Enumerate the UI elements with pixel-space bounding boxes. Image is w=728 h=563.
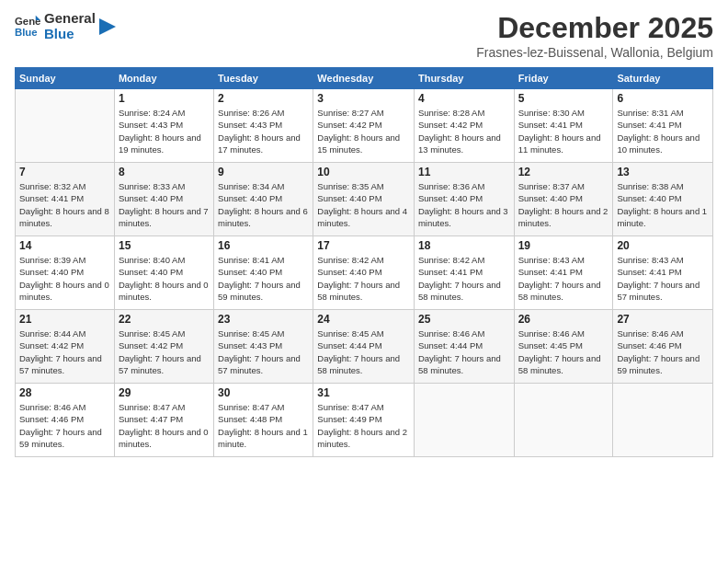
table-row — [514, 384, 613, 457]
table-row: 19Sunrise: 8:43 AMSunset: 4:41 PMDayligh… — [514, 236, 613, 310]
table-row: 23Sunrise: 8:45 AMSunset: 4:43 PMDayligh… — [214, 310, 313, 384]
table-row: 10Sunrise: 8:35 AMSunset: 4:40 PMDayligh… — [313, 163, 415, 236]
col-friday: Friday — [514, 68, 613, 89]
table-row: 1Sunrise: 8:24 AMSunset: 4:43 PMDaylight… — [114, 89, 213, 163]
day-number: 1 — [119, 92, 210, 105]
table-row: 5Sunrise: 8:30 AMSunset: 4:41 PMDaylight… — [514, 89, 613, 163]
day-info: Sunrise: 8:42 AMSunset: 4:41 PMDaylight:… — [418, 254, 510, 303]
day-number: 10 — [317, 166, 410, 178]
day-number: 23 — [218, 313, 309, 326]
title-block: December 2025 Frasnes-lez-Buissenal, Wal… — [476, 11, 713, 60]
day-info: Sunrise: 8:47 AMSunset: 4:48 PMDaylight:… — [218, 401, 309, 450]
table-row — [16, 89, 115, 163]
logo-icon: General Blue — [15, 14, 40, 40]
day-info: Sunrise: 8:40 AMSunset: 4:40 PMDaylight:… — [119, 254, 210, 303]
logo-blue: Blue — [44, 27, 96, 42]
day-info: Sunrise: 8:36 AMSunset: 4:40 PMDaylight:… — [418, 180, 510, 229]
day-info: Sunrise: 8:28 AMSunset: 4:42 PMDaylight:… — [418, 107, 510, 155]
day-number: 28 — [19, 386, 110, 399]
table-row: 13Sunrise: 8:38 AMSunset: 4:40 PMDayligh… — [613, 163, 713, 236]
day-number: 27 — [617, 313, 709, 326]
table-row: 2Sunrise: 8:26 AMSunset: 4:43 PMDaylight… — [214, 89, 313, 163]
day-info: Sunrise: 8:45 AMSunset: 4:44 PMDaylight:… — [317, 327, 410, 376]
day-number: 13 — [617, 166, 709, 178]
logo: General Blue General Blue — [15, 11, 116, 41]
day-number: 31 — [317, 386, 410, 399]
day-info: Sunrise: 8:45 AMSunset: 4:42 PMDaylight:… — [119, 327, 210, 376]
logo-general: General — [44, 11, 96, 27]
day-info: Sunrise: 8:46 AMSunset: 4:46 PMDaylight:… — [617, 327, 709, 376]
day-info: Sunrise: 8:37 AMSunset: 4:40 PMDaylight:… — [518, 180, 609, 229]
svg-text:Blue: Blue — [15, 26, 38, 37]
day-info: Sunrise: 8:41 AMSunset: 4:40 PMDaylight:… — [218, 254, 309, 303]
col-wednesday: Wednesday — [313, 68, 415, 89]
col-saturday: Saturday — [613, 68, 713, 89]
day-number: 9 — [218, 166, 309, 178]
day-info: Sunrise: 8:42 AMSunset: 4:40 PMDaylight:… — [317, 254, 410, 303]
table-row: 25Sunrise: 8:46 AMSunset: 4:44 PMDayligh… — [414, 310, 514, 384]
day-info: Sunrise: 8:33 AMSunset: 4:40 PMDaylight:… — [119, 180, 210, 229]
day-number: 19 — [518, 239, 609, 252]
table-row: 20Sunrise: 8:43 AMSunset: 4:41 PMDayligh… — [613, 236, 713, 310]
day-number: 14 — [19, 239, 110, 252]
day-number: 2 — [218, 92, 309, 105]
day-info: Sunrise: 8:47 AMSunset: 4:49 PMDaylight:… — [317, 401, 410, 450]
day-info: Sunrise: 8:46 AMSunset: 4:45 PMDaylight:… — [518, 327, 609, 376]
table-row: 4Sunrise: 8:28 AMSunset: 4:42 PMDaylight… — [414, 89, 514, 163]
table-row — [414, 384, 514, 457]
table-row — [613, 384, 713, 457]
day-number: 12 — [518, 166, 609, 178]
day-info: Sunrise: 8:24 AMSunset: 4:43 PMDaylight:… — [119, 107, 210, 155]
day-info: Sunrise: 8:34 AMSunset: 4:40 PMDaylight:… — [218, 180, 309, 229]
day-number: 15 — [119, 239, 210, 252]
table-row: 3Sunrise: 8:27 AMSunset: 4:42 PMDaylight… — [313, 89, 415, 163]
table-row: 29Sunrise: 8:47 AMSunset: 4:47 PMDayligh… — [114, 384, 213, 457]
table-row: 21Sunrise: 8:44 AMSunset: 4:42 PMDayligh… — [16, 310, 115, 384]
day-info: Sunrise: 8:45 AMSunset: 4:43 PMDaylight:… — [218, 327, 309, 376]
day-number: 26 — [518, 313, 609, 326]
day-number: 5 — [518, 92, 609, 105]
day-info: Sunrise: 8:26 AMSunset: 4:43 PMDaylight:… — [218, 107, 309, 155]
day-info: Sunrise: 8:46 AMSunset: 4:44 PMDaylight:… — [418, 327, 510, 376]
col-monday: Monday — [114, 68, 213, 89]
table-row: 30Sunrise: 8:47 AMSunset: 4:48 PMDayligh… — [214, 384, 313, 457]
table-row: 16Sunrise: 8:41 AMSunset: 4:40 PMDayligh… — [214, 236, 313, 310]
day-number: 18 — [418, 239, 510, 252]
day-number: 11 — [418, 166, 510, 178]
day-number: 29 — [119, 386, 210, 399]
day-number: 17 — [317, 239, 410, 252]
day-number: 4 — [418, 92, 510, 105]
table-row: 22Sunrise: 8:45 AMSunset: 4:42 PMDayligh… — [114, 310, 213, 384]
header-row: Sunday Monday Tuesday Wednesday Thursday… — [16, 68, 713, 89]
day-number: 22 — [119, 313, 210, 326]
table-row: 17Sunrise: 8:42 AMSunset: 4:40 PMDayligh… — [313, 236, 415, 310]
table-row: 18Sunrise: 8:42 AMSunset: 4:41 PMDayligh… — [414, 236, 514, 310]
table-row: 14Sunrise: 8:39 AMSunset: 4:40 PMDayligh… — [16, 236, 115, 310]
calendar-table: Sunday Monday Tuesday Wednesday Thursday… — [15, 67, 713, 457]
month-title: December 2025 — [476, 11, 713, 45]
day-number: 3 — [317, 92, 410, 105]
day-number: 25 — [418, 313, 510, 326]
col-tuesday: Tuesday — [214, 68, 313, 89]
table-row: 12Sunrise: 8:37 AMSunset: 4:40 PMDayligh… — [514, 163, 613, 236]
day-number: 6 — [617, 92, 709, 105]
day-info: Sunrise: 8:31 AMSunset: 4:41 PMDaylight:… — [617, 107, 709, 155]
day-number: 24 — [317, 313, 410, 326]
table-row: 26Sunrise: 8:46 AMSunset: 4:45 PMDayligh… — [514, 310, 613, 384]
table-row: 28Sunrise: 8:46 AMSunset: 4:46 PMDayligh… — [16, 384, 115, 457]
header: General Blue General Blue December 2025 … — [15, 11, 713, 60]
day-info: Sunrise: 8:27 AMSunset: 4:42 PMDaylight:… — [317, 107, 410, 155]
day-number: 21 — [19, 313, 110, 326]
calendar-page: General Blue General Blue December 2025 … — [0, 0, 728, 563]
svg-marker-3 — [99, 18, 116, 35]
day-info: Sunrise: 8:44 AMSunset: 4:42 PMDaylight:… — [19, 327, 110, 376]
day-number: 20 — [617, 239, 709, 252]
table-row: 8Sunrise: 8:33 AMSunset: 4:40 PMDaylight… — [114, 163, 213, 236]
day-info: Sunrise: 8:46 AMSunset: 4:46 PMDaylight:… — [19, 401, 110, 450]
table-row: 15Sunrise: 8:40 AMSunset: 4:40 PMDayligh… — [114, 236, 213, 310]
day-info: Sunrise: 8:30 AMSunset: 4:41 PMDaylight:… — [518, 107, 609, 155]
day-info: Sunrise: 8:38 AMSunset: 4:40 PMDaylight:… — [617, 180, 709, 229]
logo-arrow-icon — [99, 18, 116, 35]
day-info: Sunrise: 8:32 AMSunset: 4:41 PMDaylight:… — [19, 180, 110, 229]
day-number: 30 — [218, 386, 309, 399]
